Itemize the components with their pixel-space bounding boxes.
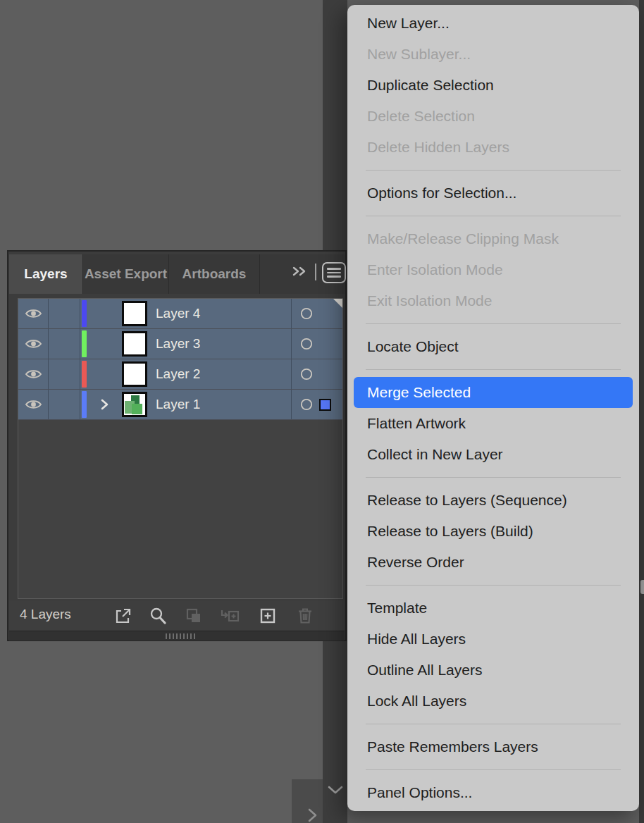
menu-item-enter-isolation-mode: Enter Isolation Mode	[354, 254, 633, 285]
layer-name-label: Layer 2	[156, 366, 291, 382]
menu-item-duplicate-selection[interactable]: Duplicate Selection	[354, 70, 633, 101]
panel-resize-strip	[9, 631, 345, 641]
target-circle-icon	[300, 368, 313, 380]
new-layer-icon[interactable]	[258, 606, 278, 629]
menu-item-exit-isolation-mode: Exit Isolation Mode	[354, 285, 633, 316]
scroll-down-chevron-icon[interactable]	[327, 785, 344, 798]
layer-color-bar	[82, 330, 87, 357]
export-icon[interactable]	[113, 606, 132, 629]
lock-toggle-cell[interactable]	[49, 390, 80, 419]
menu-separator	[366, 369, 621, 370]
menu-item-flatten-artwork[interactable]: Flatten Artwork	[354, 408, 633, 439]
layer-row-layer4[interactable]: Layer 4	[18, 299, 342, 329]
layer-thumbnail-artwork	[122, 392, 147, 417]
layer-color-bar	[82, 300, 87, 327]
menu-item-reverse-order[interactable]: Reverse Order	[354, 547, 633, 578]
selection-color-chip[interactable]	[319, 399, 331, 411]
visibility-eye-icon[interactable]	[18, 359, 49, 389]
layer-color-bar	[82, 391, 87, 418]
layer-name-label: Layer 1	[156, 397, 291, 412]
trash-icon	[295, 606, 315, 629]
tab-layers[interactable]: Layers	[9, 254, 83, 294]
layer-thumbnail	[122, 331, 147, 357]
menu-item-lock-all-layers[interactable]: Lock All Layers	[354, 686, 633, 717]
panel-bottom-bar: 4 Layers	[9, 600, 345, 630]
menu-item-collect-in-new-layer[interactable]: Collect in New Layer	[354, 439, 633, 470]
menu-separator	[366, 216, 621, 216]
tab-artboards[interactable]: Artboards	[169, 254, 260, 294]
layer-thumbnail	[122, 301, 147, 326]
search-icon[interactable]	[148, 606, 168, 629]
visibility-eye-icon[interactable]	[18, 299, 49, 328]
panel-corner-triangle	[333, 299, 342, 308]
menu-separator	[366, 769, 621, 770]
layer-thumbnail	[122, 361, 147, 387]
disclosure-spacer	[87, 299, 122, 328]
menu-separator	[366, 170, 621, 171]
right-panel-tab-sliver	[640, 580, 644, 594]
clipping-mask-icon	[184, 606, 204, 629]
menu-item-hide-all-layers[interactable]: Hide All Layers	[354, 624, 633, 655]
visibility-eye-icon[interactable]	[18, 390, 49, 419]
menu-item-release-to-layers-build[interactable]: Release to Layers (Build)	[354, 516, 633, 547]
menu-separator	[366, 585, 621, 586]
overflow-chevrons-icon[interactable]	[291, 262, 309, 283]
target-circle-icon	[300, 338, 313, 350]
thumb-light-green-square	[132, 404, 142, 414]
scroll-right-chevron-icon[interactable]	[306, 807, 318, 823]
disclosure-spacer	[87, 359, 122, 389]
panel-flyout-menu-icon[interactable]	[322, 262, 346, 283]
layer-row-layer3[interactable]: Layer 3	[18, 329, 342, 359]
layer-count-status: 4 Layers	[20, 607, 71, 622]
right-panel-edge	[639, 0, 644, 823]
menu-item-panel-options[interactable]: Panel Options...	[354, 777, 633, 808]
menu-separator	[366, 323, 621, 324]
lock-toggle-cell[interactable]	[49, 329, 80, 359]
menu-item-paste-remembers-layers[interactable]: Paste Remembers Layers	[354, 731, 633, 762]
layer-name-label: Layer 3	[156, 336, 291, 352]
menu-item-delete-selection: Delete Selection	[354, 101, 633, 132]
menu-item-outline-all-layers[interactable]: Outline All Layers	[354, 655, 633, 686]
disclosure-spacer	[87, 329, 122, 359]
app-screen: Layers Asset Export Artboards Layer 4	[0, 0, 644, 823]
menu-item-merge-selected[interactable]: Merge Selected	[354, 377, 633, 408]
layer-color-bar	[82, 361, 87, 388]
layer-row-layer1[interactable]: Layer 1	[18, 390, 342, 420]
lock-toggle-cell[interactable]	[49, 359, 80, 389]
layers-panel: Layers Asset Export Artboards Layer 4	[7, 250, 347, 641]
lock-toggle-cell[interactable]	[49, 299, 80, 328]
menu-item-delete-hidden-layers: Delete Hidden Layers	[354, 132, 633, 163]
menu-item-make-release-clipping-mask: Make/Release Clipping Mask	[354, 223, 633, 254]
tab-asset-export[interactable]: Asset Export	[83, 254, 169, 294]
layers-list: Layer 4 Layer 3	[18, 298, 343, 599]
new-sublayer-icon	[219, 606, 240, 629]
menu-item-release-to-layers-sequence[interactable]: Release to Layers (Sequence)	[354, 485, 633, 516]
visibility-eye-icon[interactable]	[18, 329, 49, 359]
layer-row-layer2[interactable]: Layer 2	[18, 359, 342, 390]
target-cell[interactable]	[291, 329, 342, 359]
layers-panel-flyout-menu: New Layer... New Sublayer... Duplicate S…	[347, 5, 639, 811]
target-circle-icon	[300, 398, 313, 411]
menu-item-options-for-selection[interactable]: Options for Selection...	[354, 178, 633, 209]
menu-item-new-sublayer: New Sublayer...	[354, 39, 633, 70]
menu-separator	[366, 724, 621, 724]
target-cell[interactable]	[291, 390, 342, 419]
layer-name-label: Layer 4	[156, 306, 291, 321]
target-circle-icon	[300, 307, 313, 320]
menu-separator	[366, 477, 621, 478]
disclosure-chevron-icon[interactable]	[87, 390, 122, 419]
panel-resize-grip[interactable]	[166, 633, 197, 639]
menu-item-locate-object[interactable]: Locate Object	[354, 331, 633, 362]
target-cell[interactable]	[291, 359, 342, 389]
menu-item-template[interactable]: Template	[354, 593, 633, 624]
tab-bar-divider	[315, 264, 316, 280]
menu-item-new-layer[interactable]: New Layer...	[354, 8, 633, 39]
